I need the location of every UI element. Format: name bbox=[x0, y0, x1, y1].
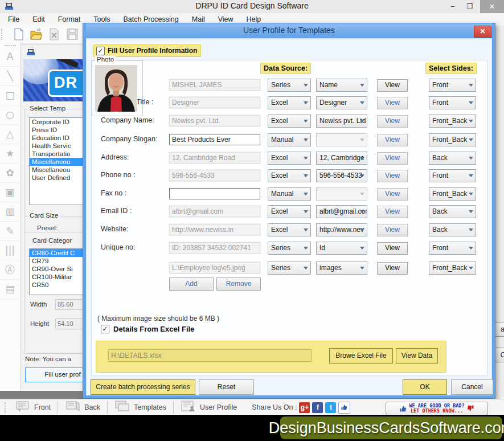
remove-photo-button[interactable]: Remove bbox=[216, 277, 261, 291]
value-field[interactable]: ID: 203857 34532 002741 bbox=[169, 242, 260, 254]
field-select-dropdown[interactable]: 596-556-4533 bbox=[316, 169, 367, 182]
data-source-dropdown[interactable]: Manual bbox=[268, 133, 311, 146]
select-side-dropdown[interactable]: Back bbox=[429, 152, 476, 165]
select-side-dropdown[interactable]: Front_Back bbox=[429, 187, 476, 201]
select-side-dropdown[interactable]: Front bbox=[429, 96, 476, 109]
create-batch-series-button[interactable]: Create batch processing series bbox=[91, 379, 195, 395]
taskbar-item-back[interactable]: Back bbox=[65, 401, 100, 414]
template-item-4[interactable]: Transportatio bbox=[30, 150, 89, 158]
view-button[interactable]: View bbox=[377, 134, 408, 146]
view-button[interactable]: View bbox=[377, 79, 408, 92]
value-field[interactable]: albrt@gmail.com bbox=[169, 206, 260, 217]
select-side-dropdown[interactable]: Front bbox=[429, 79, 476, 92]
menu-item-format[interactable]: Format bbox=[58, 15, 81, 23]
view-button[interactable]: View bbox=[377, 242, 408, 255]
menu-item-mail[interactable]: Mail bbox=[192, 15, 205, 23]
checkbox-check-icon[interactable]: ✓ bbox=[96, 47, 105, 55]
library-tool-icon[interactable]: ▥ bbox=[0, 202, 20, 222]
select-side-dropdown[interactable]: Front bbox=[429, 242, 476, 255]
menu-item-view[interactable]: View bbox=[218, 15, 233, 23]
signature-tool-icon[interactable]: ✎ bbox=[0, 222, 20, 241]
text-tool-icon[interactable]: A bbox=[0, 47, 20, 67]
data-source-dropdown[interactable]: Excel bbox=[268, 205, 311, 218]
select-side-dropdown[interactable]: Front bbox=[429, 169, 476, 182]
menu-item-file[interactable]: File bbox=[8, 15, 19, 23]
open-icon[interactable] bbox=[30, 28, 42, 40]
menu-item-edit[interactable]: Edit bbox=[32, 15, 45, 23]
checkbox-check-icon[interactable]: ✓ bbox=[101, 325, 109, 333]
field-select-dropdown[interactable]: Designer bbox=[316, 96, 367, 109]
card-category-item-0[interactable]: CR80-Credit C bbox=[30, 249, 89, 257]
line-tool-icon[interactable]: ╲ bbox=[0, 67, 20, 86]
view-data-button[interactable]: View Data bbox=[396, 348, 438, 364]
barcode-tool-icon[interactable]: ||| bbox=[0, 241, 20, 260]
template-item-6[interactable]: Miscellaneou bbox=[30, 166, 89, 174]
card-category-list[interactable]: CR80-Credit CCR79CR90-Over SiCR100-Milit… bbox=[29, 248, 89, 295]
view-button[interactable]: View bbox=[377, 224, 408, 236]
select-side-dropdown[interactable]: Back bbox=[429, 223, 476, 236]
field-select-dropdown[interactable]: Name bbox=[316, 79, 367, 92]
menu-item-batch-processing[interactable]: Batch Processing bbox=[123, 15, 178, 23]
data-source-dropdown[interactable]: Excel bbox=[268, 169, 311, 182]
value-field[interactable] bbox=[169, 188, 260, 199]
value-field[interactable]: Newiss pvt. Ltd. bbox=[169, 115, 260, 126]
reset-button[interactable]: Reset bbox=[199, 379, 254, 395]
value-field[interactable]: http://www.newiss.in bbox=[169, 224, 260, 235]
field-select-dropdown[interactable] bbox=[316, 187, 367, 201]
dialog-close-icon[interactable]: ✕ bbox=[474, 26, 491, 38]
value-field[interactable]: 12, Cambridge Road bbox=[169, 152, 260, 164]
fill-user-profile-checkbox[interactable]: ✓ Fill User Profile Information bbox=[93, 44, 201, 57]
template-item-1[interactable]: Press ID bbox=[30, 126, 89, 134]
view-button[interactable]: View bbox=[377, 170, 408, 182]
field-select-dropdown[interactable]: images bbox=[316, 262, 367, 275]
ellipse-tool-icon[interactable]: ○ bbox=[0, 105, 20, 125]
shape-tool-icon[interactable]: ✿ bbox=[0, 164, 20, 183]
details-from-excel-checkbox[interactable]: ✓ Details From Excel File bbox=[101, 325, 194, 333]
field-select-dropdown[interactable]: http://www.nev bbox=[316, 223, 367, 236]
data-source-dropdown[interactable]: Series bbox=[268, 242, 311, 255]
new-icon[interactable] bbox=[13, 28, 25, 40]
restore-button[interactable]: ❐ bbox=[461, 0, 478, 13]
taskbar-item-templates[interactable]: Templates bbox=[114, 401, 166, 414]
fill-user-profile-button[interactable]: Fill user prof bbox=[25, 368, 89, 382]
view-button[interactable]: View bbox=[377, 188, 408, 201]
field-select-dropdown[interactable] bbox=[316, 133, 367, 146]
card-category-item-2[interactable]: CR90-Over Si bbox=[30, 265, 89, 273]
minimize-button[interactable]: – bbox=[444, 0, 461, 13]
template-item-0[interactable]: Corporate ID bbox=[30, 118, 89, 126]
data-source-dropdown[interactable]: Series bbox=[268, 262, 311, 275]
browse-excel-file-button[interactable]: Browe Excel File bbox=[329, 348, 393, 364]
card-category-item-3[interactable]: CR100-Militar bbox=[30, 273, 89, 281]
googleplus-icon[interactable]: g+ bbox=[299, 402, 310, 413]
card-category-item-1[interactable]: CR79 bbox=[30, 257, 89, 265]
field-select-dropdown[interactable]: Id bbox=[316, 242, 367, 255]
field-select-dropdown[interactable]: albrt@gmail.con bbox=[316, 205, 367, 218]
menu-item-tools[interactable]: Tools bbox=[93, 15, 110, 23]
watermark-text-icon[interactable]: Ⓐ bbox=[0, 260, 20, 280]
data-source-dropdown[interactable]: Excel bbox=[268, 152, 311, 165]
template-item-3[interactable]: Health Servic bbox=[30, 142, 89, 150]
view-button[interactable]: View bbox=[377, 152, 408, 165]
field-select-dropdown[interactable]: Newiss pvt. Ltd bbox=[316, 115, 367, 128]
star-tool-icon[interactable]: ★ bbox=[0, 144, 20, 164]
like-icon[interactable] bbox=[338, 402, 350, 414]
select-side-dropdown[interactable]: Back bbox=[429, 205, 476, 218]
value-field[interactable]: Designer bbox=[169, 97, 260, 108]
template-item-7[interactable]: User Defined bbox=[30, 174, 89, 182]
select-side-dropdown[interactable]: Front_Back bbox=[429, 133, 476, 146]
partial-view-data-button[interactable]: ata bbox=[495, 322, 504, 337]
template-item-5[interactable]: Miscellaneou bbox=[30, 158, 89, 166]
view-button[interactable]: View bbox=[377, 97, 408, 109]
select-side-dropdown[interactable]: Front_Back bbox=[429, 115, 476, 128]
facebook-icon[interactable]: f bbox=[312, 402, 323, 413]
close-button[interactable]: ✕ bbox=[480, 0, 504, 13]
excel-path-field[interactable]: H:\DETAILS.xlsx bbox=[108, 349, 312, 362]
ok-button[interactable]: OK bbox=[403, 379, 447, 395]
data-source-dropdown[interactable]: Excel bbox=[268, 223, 311, 236]
template-item-2[interactable]: Education ID bbox=[30, 134, 89, 142]
value-field[interactable]: 596-556-4533 bbox=[169, 170, 260, 181]
cancel-button[interactable]: Cancel bbox=[451, 379, 493, 395]
value-field[interactable]: MISHEL JAMES bbox=[169, 79, 260, 91]
add-photo-button[interactable]: Add bbox=[169, 277, 214, 291]
data-source-dropdown[interactable]: Excel bbox=[268, 96, 311, 109]
